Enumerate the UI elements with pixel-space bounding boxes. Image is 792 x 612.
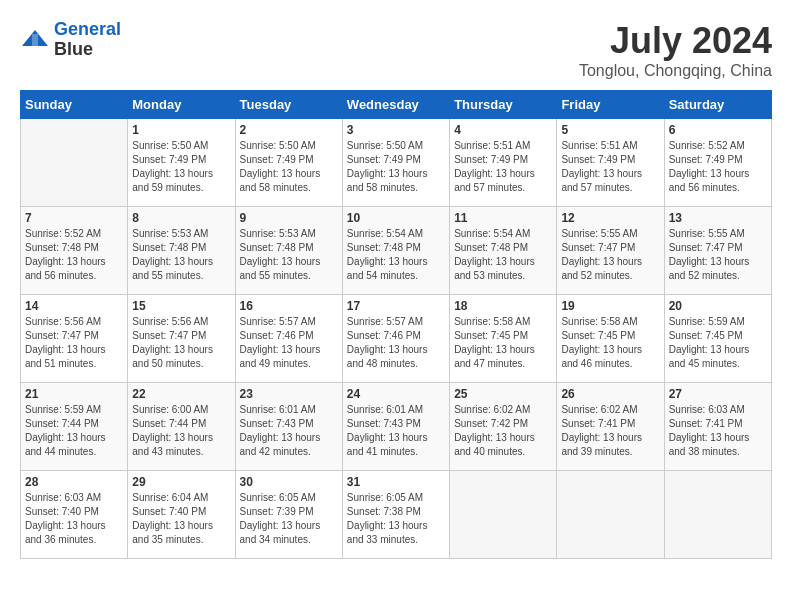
calendar-week-row: 1Sunrise: 5:50 AM Sunset: 7:49 PM Daylig… xyxy=(21,119,772,207)
calendar-cell xyxy=(557,471,664,559)
day-info: Sunrise: 5:58 AM Sunset: 7:45 PM Dayligh… xyxy=(561,315,659,371)
day-info: Sunrise: 6:01 AM Sunset: 7:43 PM Dayligh… xyxy=(240,403,338,459)
calendar-cell: 17Sunrise: 5:57 AM Sunset: 7:46 PM Dayli… xyxy=(342,295,449,383)
day-info: Sunrise: 5:55 AM Sunset: 7:47 PM Dayligh… xyxy=(561,227,659,283)
calendar-cell: 7Sunrise: 5:52 AM Sunset: 7:48 PM Daylig… xyxy=(21,207,128,295)
day-info: Sunrise: 5:58 AM Sunset: 7:45 PM Dayligh… xyxy=(454,315,552,371)
calendar-cell: 8Sunrise: 5:53 AM Sunset: 7:48 PM Daylig… xyxy=(128,207,235,295)
calendar-week-row: 7Sunrise: 5:52 AM Sunset: 7:48 PM Daylig… xyxy=(21,207,772,295)
day-number: 19 xyxy=(561,299,659,313)
day-info: Sunrise: 5:57 AM Sunset: 7:46 PM Dayligh… xyxy=(240,315,338,371)
day-info: Sunrise: 6:00 AM Sunset: 7:44 PM Dayligh… xyxy=(132,403,230,459)
day-number: 9 xyxy=(240,211,338,225)
day-number: 1 xyxy=(132,123,230,137)
weekday-header-row: SundayMondayTuesdayWednesdayThursdayFrid… xyxy=(21,91,772,119)
day-number: 21 xyxy=(25,387,123,401)
day-number: 18 xyxy=(454,299,552,313)
day-info: Sunrise: 6:03 AM Sunset: 7:41 PM Dayligh… xyxy=(669,403,767,459)
calendar-cell xyxy=(21,119,128,207)
day-number: 25 xyxy=(454,387,552,401)
calendar-cell: 16Sunrise: 5:57 AM Sunset: 7:46 PM Dayli… xyxy=(235,295,342,383)
weekday-header-friday: Friday xyxy=(557,91,664,119)
day-number: 27 xyxy=(669,387,767,401)
calendar-cell: 6Sunrise: 5:52 AM Sunset: 7:49 PM Daylig… xyxy=(664,119,771,207)
logo: General Blue xyxy=(20,20,121,60)
day-number: 16 xyxy=(240,299,338,313)
calendar-cell: 13Sunrise: 5:55 AM Sunset: 7:47 PM Dayli… xyxy=(664,207,771,295)
day-info: Sunrise: 5:59 AM Sunset: 7:44 PM Dayligh… xyxy=(25,403,123,459)
svg-rect-1 xyxy=(32,34,38,46)
calendar-cell: 2Sunrise: 5:50 AM Sunset: 7:49 PM Daylig… xyxy=(235,119,342,207)
day-number: 14 xyxy=(25,299,123,313)
logo-line1: General xyxy=(54,19,121,39)
day-info: Sunrise: 5:52 AM Sunset: 7:48 PM Dayligh… xyxy=(25,227,123,283)
day-info: Sunrise: 5:57 AM Sunset: 7:46 PM Dayligh… xyxy=(347,315,445,371)
calendar-cell: 11Sunrise: 5:54 AM Sunset: 7:48 PM Dayli… xyxy=(450,207,557,295)
calendar-week-row: 28Sunrise: 6:03 AM Sunset: 7:40 PM Dayli… xyxy=(21,471,772,559)
calendar-cell: 24Sunrise: 6:01 AM Sunset: 7:43 PM Dayli… xyxy=(342,383,449,471)
day-number: 15 xyxy=(132,299,230,313)
day-info: Sunrise: 6:05 AM Sunset: 7:39 PM Dayligh… xyxy=(240,491,338,547)
calendar-week-row: 21Sunrise: 5:59 AM Sunset: 7:44 PM Dayli… xyxy=(21,383,772,471)
day-info: Sunrise: 5:51 AM Sunset: 7:49 PM Dayligh… xyxy=(454,139,552,195)
calendar-cell: 27Sunrise: 6:03 AM Sunset: 7:41 PM Dayli… xyxy=(664,383,771,471)
calendar-cell: 28Sunrise: 6:03 AM Sunset: 7:40 PM Dayli… xyxy=(21,471,128,559)
day-number: 17 xyxy=(347,299,445,313)
calendar-cell xyxy=(664,471,771,559)
day-info: Sunrise: 5:54 AM Sunset: 7:48 PM Dayligh… xyxy=(347,227,445,283)
weekday-header-monday: Monday xyxy=(128,91,235,119)
calendar-cell: 10Sunrise: 5:54 AM Sunset: 7:48 PM Dayli… xyxy=(342,207,449,295)
calendar-cell: 18Sunrise: 5:58 AM Sunset: 7:45 PM Dayli… xyxy=(450,295,557,383)
calendar-table: SundayMondayTuesdayWednesdayThursdayFrid… xyxy=(20,90,772,559)
calendar-week-row: 14Sunrise: 5:56 AM Sunset: 7:47 PM Dayli… xyxy=(21,295,772,383)
calendar-cell: 15Sunrise: 5:56 AM Sunset: 7:47 PM Dayli… xyxy=(128,295,235,383)
calendar-cell: 5Sunrise: 5:51 AM Sunset: 7:49 PM Daylig… xyxy=(557,119,664,207)
calendar-cell: 12Sunrise: 5:55 AM Sunset: 7:47 PM Dayli… xyxy=(557,207,664,295)
weekday-header-thursday: Thursday xyxy=(450,91,557,119)
day-number: 2 xyxy=(240,123,338,137)
day-number: 31 xyxy=(347,475,445,489)
calendar-cell: 1Sunrise: 5:50 AM Sunset: 7:49 PM Daylig… xyxy=(128,119,235,207)
day-number: 23 xyxy=(240,387,338,401)
day-number: 20 xyxy=(669,299,767,313)
title-section: July 2024 Tonglou, Chongqing, China xyxy=(579,20,772,80)
calendar-cell xyxy=(450,471,557,559)
calendar-cell: 14Sunrise: 5:56 AM Sunset: 7:47 PM Dayli… xyxy=(21,295,128,383)
day-number: 29 xyxy=(132,475,230,489)
day-info: Sunrise: 5:54 AM Sunset: 7:48 PM Dayligh… xyxy=(454,227,552,283)
day-number: 6 xyxy=(669,123,767,137)
day-number: 12 xyxy=(561,211,659,225)
day-info: Sunrise: 5:50 AM Sunset: 7:49 PM Dayligh… xyxy=(240,139,338,195)
day-info: Sunrise: 6:03 AM Sunset: 7:40 PM Dayligh… xyxy=(25,491,123,547)
page-header: General Blue July 2024 Tonglou, Chongqin… xyxy=(20,20,772,80)
calendar-cell: 29Sunrise: 6:04 AM Sunset: 7:40 PM Dayli… xyxy=(128,471,235,559)
calendar-cell: 26Sunrise: 6:02 AM Sunset: 7:41 PM Dayli… xyxy=(557,383,664,471)
day-info: Sunrise: 5:59 AM Sunset: 7:45 PM Dayligh… xyxy=(669,315,767,371)
day-info: Sunrise: 5:53 AM Sunset: 7:48 PM Dayligh… xyxy=(132,227,230,283)
weekday-header-saturday: Saturday xyxy=(664,91,771,119)
day-number: 22 xyxy=(132,387,230,401)
day-info: Sunrise: 5:56 AM Sunset: 7:47 PM Dayligh… xyxy=(25,315,123,371)
calendar-cell: 20Sunrise: 5:59 AM Sunset: 7:45 PM Dayli… xyxy=(664,295,771,383)
day-info: Sunrise: 6:02 AM Sunset: 7:42 PM Dayligh… xyxy=(454,403,552,459)
day-number: 26 xyxy=(561,387,659,401)
weekday-header-sunday: Sunday xyxy=(21,91,128,119)
day-info: Sunrise: 6:02 AM Sunset: 7:41 PM Dayligh… xyxy=(561,403,659,459)
day-info: Sunrise: 6:05 AM Sunset: 7:38 PM Dayligh… xyxy=(347,491,445,547)
day-number: 28 xyxy=(25,475,123,489)
day-info: Sunrise: 5:53 AM Sunset: 7:48 PM Dayligh… xyxy=(240,227,338,283)
calendar-cell: 22Sunrise: 6:00 AM Sunset: 7:44 PM Dayli… xyxy=(128,383,235,471)
day-number: 11 xyxy=(454,211,552,225)
calendar-cell: 19Sunrise: 5:58 AM Sunset: 7:45 PM Dayli… xyxy=(557,295,664,383)
day-number: 3 xyxy=(347,123,445,137)
day-number: 7 xyxy=(25,211,123,225)
logo-text: General Blue xyxy=(54,20,121,60)
day-number: 13 xyxy=(669,211,767,225)
calendar-cell: 31Sunrise: 6:05 AM Sunset: 7:38 PM Dayli… xyxy=(342,471,449,559)
weekday-header-tuesday: Tuesday xyxy=(235,91,342,119)
day-info: Sunrise: 6:01 AM Sunset: 7:43 PM Dayligh… xyxy=(347,403,445,459)
logo-icon xyxy=(20,28,50,52)
weekday-header-wednesday: Wednesday xyxy=(342,91,449,119)
day-info: Sunrise: 6:04 AM Sunset: 7:40 PM Dayligh… xyxy=(132,491,230,547)
logo-line2: Blue xyxy=(54,40,121,60)
